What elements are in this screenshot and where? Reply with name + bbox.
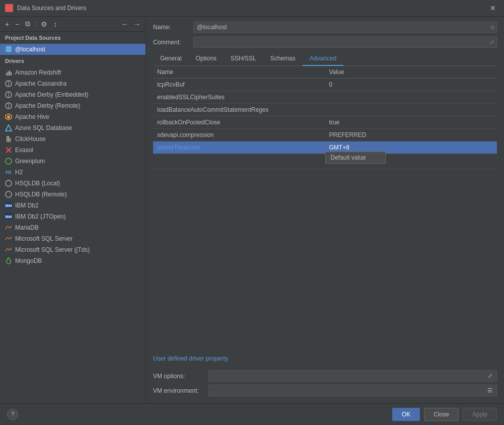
vm-options-row: VM options: ⤢ xyxy=(153,370,497,382)
driver-item-apache-derby-remote[interactable]: Apache Derby (Remote) xyxy=(0,100,146,111)
driver-label: MongoDB xyxy=(15,257,42,264)
close-button[interactable]: Close xyxy=(424,408,459,421)
property-value xyxy=(325,104,497,116)
property-name-link[interactable]: serverTimezone xyxy=(153,141,325,154)
driver-item-apache-hive[interactable]: Apache Hive xyxy=(0,111,146,122)
svg-point-15 xyxy=(6,180,12,186)
property-value-link: GMT+8 Default value xyxy=(325,141,497,154)
close-window-button[interactable]: ✕ xyxy=(487,3,499,13)
name-input[interactable] xyxy=(197,24,493,31)
table-row[interactable]: rollbackOnPooledClose true xyxy=(153,116,497,129)
advanced-table: Name Value tcpRcvBuf 0 enabledSSLCipherS… xyxy=(153,66,497,326)
bottom-inputs: VM options: ⤢ VM environment: ☰ xyxy=(153,366,497,403)
apache-hive-icon xyxy=(5,113,12,120)
driver-item-ibm-db2-jtopen[interactable]: IBM IBM Db2 (JTOpen) xyxy=(0,211,146,222)
vm-options-label: VM options: xyxy=(153,373,208,380)
svg-point-16 xyxy=(6,191,12,197)
left-panel: + − ⧉ ⚙ ↕ ← → Project Data Sources xyxy=(0,17,146,403)
comment-label: Comment: xyxy=(153,39,193,46)
driver-item-ibm-db2[interactable]: IBM IBM Db2 xyxy=(0,200,146,211)
tab-general[interactable]: General xyxy=(153,52,189,66)
table-row[interactable]: xdevapi.compression PREFERRED xyxy=(153,129,497,141)
driver-label: HSQLDB (Remote) xyxy=(15,191,67,198)
vm-options-expand-btn[interactable]: ⤢ xyxy=(486,372,494,380)
property-name: tcpRcvBuf xyxy=(153,79,325,91)
tab-ssh-ssl[interactable]: SSH/SSL xyxy=(224,52,263,66)
driver-item-greenplum[interactable]: Greenplum xyxy=(0,156,146,167)
window-title: Data Sources and Drivers xyxy=(17,5,487,12)
property-value: 0 xyxy=(325,79,497,91)
toolbar: + − ⧉ ⚙ ↕ ← → xyxy=(0,17,146,32)
table-row[interactable]: tcpRcvBuf 0 xyxy=(153,79,497,91)
settings-button[interactable]: ⚙ xyxy=(39,19,49,29)
property-name: xdevapi.compression xyxy=(153,129,325,141)
driver-label: Azure SQL Database xyxy=(15,124,72,131)
driver-item-hsqldb-local[interactable]: HSQLDB (Local) xyxy=(0,178,146,189)
driver-label: Apache Derby (Embedded) xyxy=(15,91,88,98)
driver-label: IBM Db2 xyxy=(15,202,39,209)
comment-input[interactable] xyxy=(197,39,493,46)
vm-environment-browse-btn[interactable]: ☰ xyxy=(485,387,494,394)
table-row[interactable]: enabledSSLCipherSuites xyxy=(153,91,497,104)
drivers-list: Drivers Amazon Redshift Apache Cassandra xyxy=(0,55,146,403)
help-button[interactable]: ? xyxy=(7,409,18,420)
driver-item-azure-sql[interactable]: Azure SQL Database xyxy=(0,122,146,133)
add-button[interactable]: + xyxy=(3,19,11,29)
info-text: User defined driver property. xyxy=(153,351,497,366)
driver-item-mssql[interactable]: Microsoft SQL Server xyxy=(0,233,146,244)
tab-options[interactable]: Options xyxy=(189,52,224,66)
col-value-header: Value xyxy=(325,66,497,79)
tab-advanced[interactable]: Advanced xyxy=(303,52,343,66)
table-row-selected[interactable]: serverTimezone GMT+8 Default value xyxy=(153,141,497,154)
property-value: PREFERRED xyxy=(325,129,497,141)
tab-schemas[interactable]: Schemas xyxy=(263,52,303,66)
driver-item-exasol[interactable]: Exasol xyxy=(0,145,146,156)
datasource-item-localhost[interactable]: @localhost xyxy=(0,44,146,55)
apply-button[interactable]: Apply xyxy=(463,408,497,421)
comment-expand-icon[interactable]: ⤢ xyxy=(489,39,494,46)
driver-item-mariadb[interactable]: MariaDB xyxy=(0,222,146,233)
property-name: rollbackOnPooledClose xyxy=(153,116,325,129)
move-button[interactable]: ↕ xyxy=(51,19,59,29)
comment-input-wrapper: ⤢ xyxy=(193,37,497,48)
h2-icon: H2 xyxy=(5,169,12,176)
driver-item-mongodb[interactable]: MongoDB xyxy=(0,255,146,266)
driver-item-mssql-jtds[interactable]: Microsoft SQL Server (jTds) xyxy=(0,244,146,255)
name-label: Name: xyxy=(153,24,193,31)
footer: ? OK Close Apply xyxy=(0,403,504,425)
driver-item-apache-derby-embedded[interactable]: Apache Derby (Embedded) xyxy=(0,89,146,100)
svg-marker-10 xyxy=(7,115,10,119)
back-button[interactable]: ← xyxy=(119,19,130,29)
ok-button[interactable]: OK xyxy=(392,408,420,421)
vm-options-input-wrap: ⤢ xyxy=(208,370,497,382)
default-value-tooltip[interactable]: Default value xyxy=(325,152,386,164)
driver-item-apache-cassandra[interactable]: Apache Cassandra xyxy=(0,78,146,89)
forward-button[interactable]: → xyxy=(131,19,142,29)
property-name: enabledSSLCipherSuites xyxy=(153,91,325,104)
table-row[interactable]: loadBalanceAutoCommitStatementRegex xyxy=(153,104,497,116)
vm-environment-row: VM environment: ☰ xyxy=(153,385,497,396)
empty-name xyxy=(153,154,325,169)
driver-label: HSQLDB (Local) xyxy=(15,180,60,187)
apache-derby-embedded-icon xyxy=(5,91,12,98)
driver-label: ClickHouse xyxy=(15,135,46,143)
title-bar: Data Sources and Drivers ✕ xyxy=(0,0,504,17)
properties-table: Name Value tcpRcvBuf 0 enabledSSLCipherS… xyxy=(153,66,497,169)
copy-button[interactable]: ⧉ xyxy=(23,19,32,29)
driver-label: Apache Derby (Remote) xyxy=(15,102,80,109)
vm-environment-input[interactable] xyxy=(211,387,485,394)
vm-environment-label: VM environment: xyxy=(153,387,208,394)
driver-item-clickhouse[interactable]: ClickHouse xyxy=(0,133,146,145)
vm-options-input[interactable] xyxy=(211,373,486,380)
comment-row: Comment: ⤢ xyxy=(153,37,497,48)
driver-label: Apache Hive xyxy=(15,113,49,120)
driver-item-h2[interactable]: H2 H2 xyxy=(0,167,146,178)
main-content: + − ⧉ ⚙ ↕ ← → Project Data Sources xyxy=(0,17,504,403)
driver-item-hsqldb-remote[interactable]: HSQLDB (Remote) xyxy=(0,189,146,200)
app-icon xyxy=(5,4,13,12)
driver-label: Microsoft SQL Server xyxy=(15,235,73,242)
svg-marker-11 xyxy=(6,125,12,131)
svg-point-14 xyxy=(6,158,12,164)
driver-item-amazon-redshift[interactable]: Amazon Redshift xyxy=(0,67,146,78)
remove-button[interactable]: − xyxy=(13,19,21,29)
